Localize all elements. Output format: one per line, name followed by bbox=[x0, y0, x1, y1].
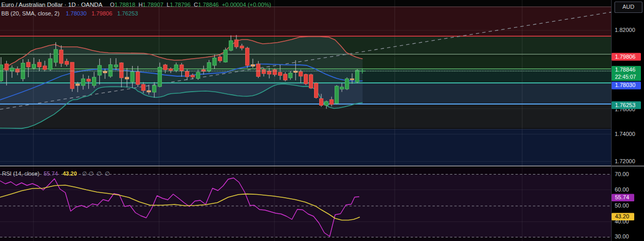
svg-text:O1.78818 H1.78907 L1.78796: O1.78818 H1.78907 L1.78796 C1.78846 +0.0… bbox=[110, 2, 271, 8]
svg-text:60.00: 60.00 bbox=[615, 186, 629, 193]
svg-text:1.78030: 1.78030 bbox=[615, 82, 636, 88]
svg-text:50.00: 50.00 bbox=[615, 202, 629, 209]
svg-text:70.00: 70.00 bbox=[615, 171, 629, 177]
svg-text:1.82000: 1.82000 bbox=[615, 27, 635, 33]
svg-text:∅: ∅ bbox=[105, 170, 110, 177]
svg-text:43.20: 43.20 bbox=[63, 170, 77, 177]
svg-text:1.79806: 1.79806 bbox=[615, 54, 636, 60]
svg-text:1.78030: 1.78030 bbox=[66, 10, 86, 16]
svg-text:55.74: 55.74 bbox=[44, 170, 58, 177]
svg-text:∅: ∅ bbox=[82, 170, 87, 177]
svg-text:1.76253: 1.76253 bbox=[117, 10, 138, 16]
svg-text:55.74: 55.74 bbox=[615, 194, 630, 200]
svg-text:1.76253: 1.76253 bbox=[615, 102, 636, 108]
svg-text:∅: ∅ bbox=[97, 170, 102, 177]
svg-text:∅: ∅ bbox=[89, 170, 94, 177]
svg-text:1.74000: 1.74000 bbox=[615, 131, 635, 137]
svg-text:22:45:07: 22:45:07 bbox=[615, 74, 636, 80]
svg-text:AUD: AUD bbox=[622, 4, 634, 10]
svg-text:30.00: 30.00 bbox=[615, 233, 629, 239]
svg-text:1.79806: 1.79806 bbox=[91, 10, 112, 16]
svg-text:BB (20, SMA, close, 2): BB (20, SMA, close, 2) bbox=[2, 10, 60, 16]
svg-text:1.78846: 1.78846 bbox=[615, 66, 636, 73]
svg-text:43.20: 43.20 bbox=[615, 213, 630, 219]
svg-text:1.72000: 1.72000 bbox=[615, 158, 635, 164]
svg-text:Euro / Australian Dollar · 1D: Euro / Australian Dollar · 1D · OANDA bbox=[2, 1, 103, 8]
svg-text:RSI (14, close): RSI (14, close) bbox=[2, 170, 40, 177]
